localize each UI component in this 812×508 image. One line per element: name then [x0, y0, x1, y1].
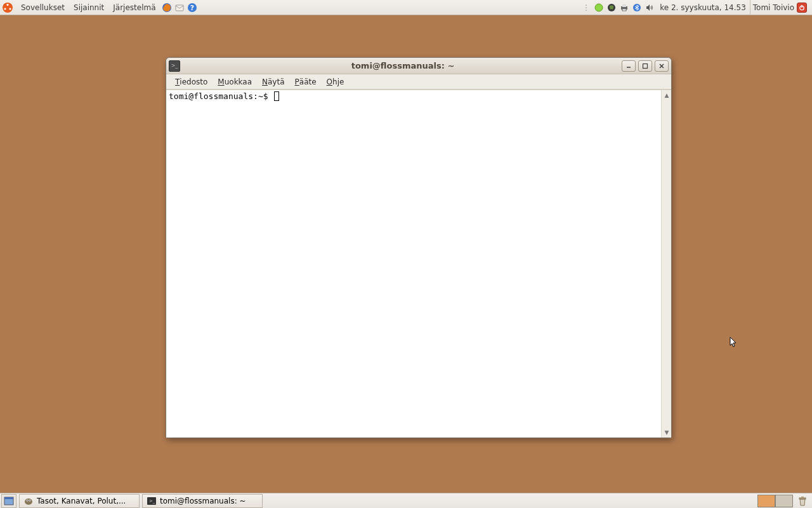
window-controls — [622, 60, 669, 72]
top-panel: Sovellukset Sijainnit Järjestelmä ? ⋮ ke… — [0, 0, 812, 15]
menu-terminal[interactable]: Pääte — [290, 74, 322, 90]
titlebar[interactable]: >_ tomi@flossmanuals: ~ — [166, 58, 671, 74]
clock[interactable]: ke 2. syyskuuta, 14.53 — [656, 3, 750, 12]
taskbar-label: tomi@flossmanuals: ~ — [160, 497, 246, 505]
menubar: Tiedosto Muokkaa Näytä Pääte Ohje — [166, 74, 671, 90]
power-icon[interactable] — [797, 3, 807, 13]
help-icon[interactable]: ? — [187, 2, 198, 13]
workspace-1[interactable] — [757, 495, 775, 507]
printer-icon[interactable] — [619, 2, 630, 13]
taskbar-item-gimp[interactable]: Tasot, Kanavat, Polut,... — [19, 494, 140, 508]
text-cursor-icon — [274, 91, 279, 101]
menu-system[interactable]: Järjestelmä — [108, 0, 160, 15]
terminal-icon: >_ — [147, 496, 157, 506]
terminal-app-icon: >_ — [169, 60, 180, 72]
terminal-body[interactable]: tomi@flossmanuals:~$ ▲ ▼ — [166, 90, 671, 438]
svg-rect-29 — [799, 498, 806, 499]
trash-icon[interactable] — [796, 494, 809, 508]
menu-file[interactable]: Tiedosto — [170, 74, 213, 90]
window-title: tomi@flossmanuals: ~ — [184, 61, 622, 70]
separator-icon: ⋮ — [580, 2, 592, 13]
scroll-up-icon[interactable]: ▲ — [662, 91, 671, 100]
svg-text:>_: >_ — [149, 498, 155, 504]
bottom-panel: Tasot, Kanavat, Polut,... >_ tomi@flossm… — [0, 493, 812, 508]
menu-view[interactable]: Näytä — [257, 74, 290, 90]
scroll-down-icon[interactable]: ▼ — [662, 428, 671, 437]
menu-help[interactable]: Ohje — [322, 74, 350, 90]
svg-point-3 — [9, 8, 11, 10]
svg-point-2 — [4, 8, 6, 10]
ubuntu-logo-icon — [1, 1, 14, 14]
svg-rect-21 — [4, 497, 13, 499]
spotify-icon[interactable] — [606, 2, 617, 13]
mouse-cursor-icon — [730, 337, 738, 351]
volume-icon[interactable] — [644, 2, 655, 13]
terminal-text[interactable]: tomi@flossmanuals:~$ — [166, 90, 661, 438]
workspace-2[interactable] — [775, 495, 793, 507]
gimp-icon — [23, 496, 34, 506]
menu-places[interactable]: Sijainnit — [69, 0, 108, 15]
svg-point-22 — [25, 498, 32, 505]
mail-icon[interactable] — [174, 2, 185, 13]
svg-point-8 — [595, 4, 603, 11]
user-label: Tomi Toivio — [753, 3, 794, 12]
maximize-button[interactable] — [638, 60, 652, 72]
svg-rect-11 — [622, 4, 626, 7]
taskbar-item-terminal[interactable]: >_ tomi@flossmanuals: ~ — [142, 494, 263, 508]
svg-rect-30 — [801, 497, 804, 498]
svg-point-26 — [29, 500, 30, 500]
bluetooth-icon[interactable] — [631, 2, 643, 13]
firefox-icon[interactable] — [161, 2, 173, 13]
menu-edit[interactable]: Muokkaa — [213, 74, 257, 90]
workspace-switcher[interactable] — [757, 495, 793, 507]
svg-point-25 — [27, 500, 27, 500]
show-desktop-button[interactable] — [1, 494, 16, 508]
svg-rect-17 — [643, 64, 648, 68]
svg-point-1 — [6, 3, 8, 5]
user-menu[interactable]: Tomi Toivio — [750, 0, 812, 15]
close-button[interactable] — [655, 60, 669, 72]
scrollbar[interactable]: ▲ ▼ — [661, 90, 671, 438]
menu-applications[interactable]: Sovellukset — [16, 0, 69, 15]
prompt: tomi@flossmanuals:~$ — [169, 91, 268, 101]
terminal-window: >_ tomi@flossmanuals: ~ Tiedosto Muokkaa… — [166, 57, 672, 438]
minimize-button[interactable] — [622, 60, 636, 72]
svg-rect-12 — [622, 9, 626, 11]
status-online-icon[interactable] — [593, 2, 605, 13]
svg-text:?: ? — [190, 4, 193, 12]
taskbar-label: Tasot, Kanavat, Polut,... — [37, 497, 126, 505]
